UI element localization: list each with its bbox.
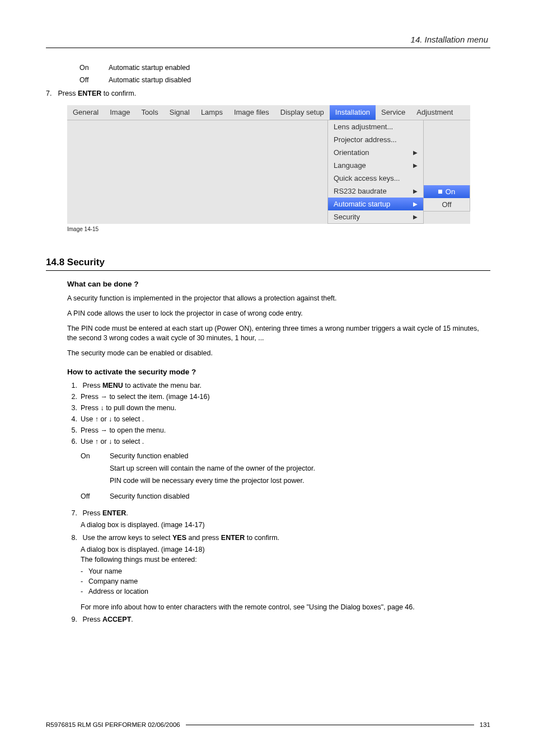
image-caption: Image 14-15 xyxy=(67,226,490,232)
def-key xyxy=(81,477,110,485)
step-num: 3. xyxy=(67,404,77,412)
chevron-right-icon: ▶ xyxy=(412,162,419,169)
dash-text: Your name xyxy=(88,567,122,575)
step-7-line: 7. Press ENTER to confirm. xyxy=(46,90,490,97)
t: to confirm. xyxy=(245,534,279,542)
dash-item: Company name xyxy=(81,577,490,585)
ditem-label: Lens adjustment... xyxy=(334,123,393,131)
installation-dropdown: Lens adjustment... Projector address... … xyxy=(327,120,424,224)
t-bold: ENTER xyxy=(221,534,245,542)
def-row: PIN code will be necessary every time th… xyxy=(81,477,490,485)
para: A security function is implemented in th… xyxy=(67,294,490,303)
sitem-label: On xyxy=(446,187,455,196)
t: Use the arrow keys to select xyxy=(82,534,172,542)
submenu-item-off[interactable]: Off xyxy=(424,198,470,211)
step-9: 9. Press ACCEPT. xyxy=(67,616,490,623)
dropdown-item-quick-access-keys[interactable]: Quick access keys... xyxy=(328,172,423,185)
step-num: 8. xyxy=(67,534,77,542)
menu-tab-service[interactable]: Service xyxy=(376,105,411,120)
t-bold: ACCEPT xyxy=(102,616,131,623)
dropdown-item-lens-adjustment[interactable]: Lens adjustment... xyxy=(328,120,423,133)
def-row: On Security function enabled xyxy=(81,452,490,460)
menu-tab-lamps[interactable]: Lamps xyxy=(195,105,228,120)
ditem-label: Quick access keys... xyxy=(334,174,400,182)
def-text: Security function enabled xyxy=(110,452,188,460)
dash-text: Company name xyxy=(88,577,138,585)
t: Press ↓ to pull down the menu. xyxy=(81,404,176,412)
dropdown-item-language[interactable]: Language▶ xyxy=(328,159,423,172)
menu-tab-signal[interactable]: Signal xyxy=(164,105,195,120)
dropdown-item-orientation[interactable]: Orientation▶ xyxy=(328,146,423,159)
ditem-label: Security xyxy=(334,213,360,221)
def-text: Automatic startup disabled xyxy=(109,76,191,84)
step-text-bold: ENTER xyxy=(78,90,101,97)
step-6: 6.Use ↑ or ↓ to select . xyxy=(67,438,490,445)
para: The security mode can be enabled or disa… xyxy=(67,349,490,358)
para: The PIN code must be entered at each sta… xyxy=(67,324,490,343)
ditem-label: Orientation xyxy=(334,148,369,157)
footer-left: R5976815 RLM G5I PERFORMER 02/06/2006 xyxy=(46,721,180,728)
dash-text: Address or location xyxy=(88,588,148,595)
chevron-right-icon: ▶ xyxy=(412,201,419,208)
automatic-startup-submenu: On Off xyxy=(424,185,470,212)
step-num: 7. xyxy=(46,90,56,97)
step-num: 4. xyxy=(67,415,77,423)
what-block: What can be done ? A security function i… xyxy=(67,280,490,623)
t: Press → to open the menu. xyxy=(81,426,166,434)
chevron-right-icon: ▶ xyxy=(412,188,419,195)
dropdown-item-projector-address[interactable]: Projector address... xyxy=(328,133,423,146)
menu-tab-installation[interactable]: Installation xyxy=(330,105,376,120)
ditem-label: Automatic startup xyxy=(334,200,390,208)
t: Press xyxy=(82,616,102,623)
def-text: Automatic startup enabled xyxy=(109,64,190,72)
t: Use ↑ or ↓ to select . xyxy=(81,415,144,423)
submenu-item-on[interactable]: On xyxy=(424,185,470,198)
t: Use ↑ or ↓ to select . xyxy=(81,438,144,445)
ditem-label: RS232 baudrate xyxy=(334,187,387,195)
section-heading: 14.8 Security xyxy=(46,257,490,268)
step-8-sub2: The following things must be entered: xyxy=(81,555,490,565)
def-key: On xyxy=(81,452,110,460)
para: A PIN code allows the user to lock the p… xyxy=(67,309,490,318)
how-heading: How to activate the security mode ? xyxy=(67,368,490,376)
def-row: Off Security function disabled xyxy=(81,492,490,500)
dropdown-item-rs232-baudrate[interactable]: RS232 baudrate▶ xyxy=(328,185,423,198)
ditem-label: Language xyxy=(334,161,366,170)
step-num: 7. xyxy=(67,509,77,517)
intro-definitions: On Automatic startup enabled Off Automat… xyxy=(67,64,490,84)
menu-tab-display-setup[interactable]: Display setup xyxy=(275,105,330,120)
menu-tab-tools[interactable]: Tools xyxy=(135,105,163,120)
def-key: Off xyxy=(81,492,110,500)
def-text: PIN code will be necessary every time th… xyxy=(110,477,304,485)
def-row: Off Automatic startup disabled xyxy=(79,76,490,84)
menu-tab-image-files[interactable]: Image files xyxy=(228,105,275,120)
page-footer: R5976815 RLM G5I PERFORMER 02/06/2006 13… xyxy=(46,721,490,728)
t: Press → to select the item. (image 14-16… xyxy=(81,393,210,401)
footer-page-number: 131 xyxy=(480,721,490,728)
t-bold: ENTER xyxy=(102,509,126,517)
menu-screenshot: General Image Tools Signal Lamps Image f… xyxy=(67,105,470,224)
menu-tab-general[interactable]: General xyxy=(67,105,104,120)
t: and press xyxy=(186,534,221,542)
sitem-label: Off xyxy=(442,200,451,209)
t: . xyxy=(131,616,133,623)
step-7-sub: A dialog box is displayed. (image 14-17) xyxy=(81,520,490,530)
step-7: 7. Press ENTER. xyxy=(67,509,490,517)
step-8-sub1: A dialog box is displayed. (image 14-18) xyxy=(81,544,490,555)
dropdown-item-automatic-startup[interactable]: Automatic startup▶ xyxy=(328,198,423,210)
def-key xyxy=(81,464,110,472)
menu-tab-image[interactable]: Image xyxy=(104,105,135,120)
step-5: 5.Press → to open the menu. xyxy=(67,426,490,434)
t-bold: YES xyxy=(172,534,186,542)
chevron-right-icon: ▶ xyxy=(412,149,419,156)
def-key: Off xyxy=(79,76,109,84)
step-2: 2.Press → to select the item. (image 14-… xyxy=(67,393,490,401)
step-num: 9. xyxy=(67,616,77,623)
dropdown-item-security[interactable]: Security▶ xyxy=(328,210,423,223)
t: Press xyxy=(82,382,102,389)
menu-tab-adjustment[interactable]: Adjustment xyxy=(411,105,458,120)
def-row: Start up screen will contain the name of… xyxy=(81,464,490,472)
step-8-note: For more info about how to enter charact… xyxy=(81,602,490,612)
square-marker-icon xyxy=(438,190,442,194)
step-4: 4.Use ↑ or ↓ to select . xyxy=(67,415,490,423)
